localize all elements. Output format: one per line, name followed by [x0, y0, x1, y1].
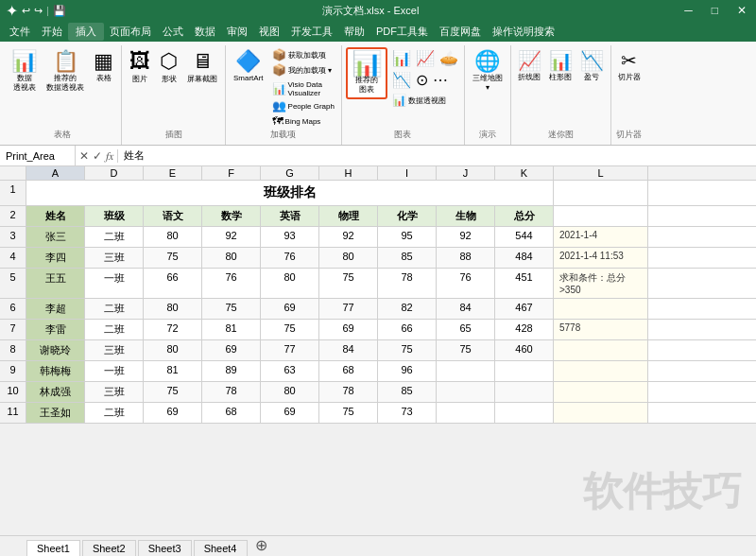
- cell-0[interactable]: 韩梅梅: [26, 361, 85, 381]
- cell-0[interactable]: 李四: [26, 248, 85, 268]
- cell-8[interactable]: 467: [495, 299, 554, 319]
- sheet-tab-2[interactable]: Sheet2: [82, 540, 136, 556]
- cell-5[interactable]: 77: [319, 299, 378, 319]
- cell-8[interactable]: [495, 361, 554, 381]
- cell-0[interactable]: 李雷: [26, 320, 85, 339]
- cell-0[interactable]: 林成强: [26, 382, 85, 402]
- cell-4[interactable]: 76: [261, 248, 319, 268]
- cell-8[interactable]: [495, 382, 554, 402]
- cell-5[interactable]: 68: [319, 361, 378, 381]
- pie-chart-btn[interactable]: 🥧: [438, 47, 460, 69]
- maximize-btn[interactable]: □: [702, 4, 728, 17]
- cell-1[interactable]: 三班: [85, 340, 144, 360]
- cell-1[interactable]: 二班: [85, 227, 144, 247]
- menu-formula[interactable]: 公式: [157, 23, 189, 41]
- cell-6[interactable]: 85: [378, 248, 437, 268]
- cell-8[interactable]: 484: [495, 248, 554, 268]
- screenshot-btn[interactable]: 🖥 屏幕截图: [183, 47, 221, 129]
- winloss-btn[interactable]: 📉 盈亏: [577, 47, 607, 84]
- row-num[interactable]: 3: [0, 227, 26, 247]
- col-header-D[interactable]: D: [85, 166, 144, 180]
- cell-6[interactable]: 85: [378, 382, 437, 402]
- cell-8[interactable]: 544: [495, 227, 554, 247]
- cell-6[interactable]: 66: [378, 320, 437, 339]
- col-header-L[interactable]: L: [554, 166, 648, 180]
- confirm-formula-icon[interactable]: ✓: [93, 149, 102, 163]
- insert-function-icon[interactable]: 𝑓𝑥: [106, 149, 113, 163]
- line-chart-btn[interactable]: 📈: [414, 47, 437, 69]
- menu-pdf[interactable]: PDF工具集: [370, 23, 434, 41]
- my-addins-btn[interactable]: 📦 我的加载项 ▾: [269, 62, 337, 78]
- cell-0[interactable]: 王圣如: [26, 403, 85, 423]
- cell-8[interactable]: 460: [495, 340, 554, 360]
- other-chart-btn[interactable]: ⋯: [431, 69, 450, 91]
- cell-2[interactable]: 66: [144, 269, 202, 298]
- table-btn[interactable]: ▦ 表格: [90, 47, 117, 129]
- cell-8[interactable]: [495, 403, 554, 423]
- row-num[interactable]: 7: [0, 320, 26, 339]
- close-btn[interactable]: ✕: [728, 4, 756, 17]
- cell-0[interactable]: 李超: [26, 299, 85, 319]
- cell-3[interactable]: 76: [202, 269, 261, 298]
- cell-2[interactable]: 75: [144, 248, 202, 268]
- menu-help[interactable]: 帮助: [338, 23, 370, 41]
- menu-insert[interactable]: 插入: [68, 23, 104, 41]
- cancel-formula-icon[interactable]: ✕: [79, 149, 89, 163]
- cell-6[interactable]: 82: [378, 299, 437, 319]
- cell-6[interactable]: 75: [378, 340, 437, 360]
- menu-search[interactable]: 操作说明搜索: [487, 23, 560, 41]
- cell-5[interactable]: 69: [319, 320, 378, 339]
- minimize-btn[interactable]: ─: [675, 4, 702, 17]
- quick-access-toolbar[interactable]: ✦ ↩ ↪ | 💾: [0, 2, 66, 20]
- shapes-btn[interactable]: ⬡ 形状: [156, 47, 181, 129]
- cell-5[interactable]: 84: [319, 340, 378, 360]
- recommend-chart-btn[interactable]: 📊 推荐的图表: [346, 47, 387, 99]
- save-btn[interactable]: 💾: [53, 5, 66, 17]
- row-num[interactable]: 10: [0, 382, 26, 402]
- area-chart-btn[interactable]: 📉: [390, 69, 413, 91]
- sheet-tab-1[interactable]: Sheet1: [26, 540, 80, 556]
- cell-5[interactable]: 75: [319, 403, 378, 423]
- cell-5[interactable]: 75: [319, 269, 378, 298]
- menu-view[interactable]: 视图: [253, 23, 285, 41]
- slicer-btn[interactable]: ✂ 切片器: [615, 47, 644, 84]
- row-num-2[interactable]: 2: [0, 206, 26, 226]
- col-header-F[interactable]: F: [202, 166, 261, 180]
- cell-4[interactable]: 63: [261, 361, 319, 381]
- cell-2[interactable]: 69: [144, 403, 202, 423]
- col-header-K[interactable]: K: [495, 166, 554, 180]
- cell-4[interactable]: 69: [261, 403, 319, 423]
- recommend-pivot-btn[interactable]: 📋 推荐的数据透视表: [43, 47, 88, 129]
- cell-5[interactable]: 80: [319, 248, 378, 268]
- cell-0[interactable]: 张三: [26, 227, 85, 247]
- menu-data[interactable]: 数据: [189, 23, 221, 41]
- cell-0[interactable]: 王五: [26, 269, 85, 298]
- menu-baidu[interactable]: 百度网盘: [434, 23, 487, 41]
- cell-3[interactable]: 75: [202, 299, 261, 319]
- cell-7[interactable]: 75: [437, 340, 495, 360]
- cell-3[interactable]: 68: [202, 403, 261, 423]
- row-num[interactable]: 5: [0, 269, 26, 298]
- cell-7[interactable]: 88: [437, 248, 495, 268]
- col-header-G[interactable]: G: [261, 166, 319, 180]
- col-header-H[interactable]: H: [319, 166, 378, 180]
- cell-1[interactable]: 三班: [85, 248, 144, 268]
- redo-btn[interactable]: ↪: [34, 5, 43, 17]
- cell-3[interactable]: 78: [202, 382, 261, 402]
- get-addins-btn[interactable]: 📦 获取加载项: [269, 47, 337, 62]
- menu-devtools[interactable]: 开发工具: [285, 23, 338, 41]
- cell-7[interactable]: [437, 382, 495, 402]
- people-graph-btn[interactable]: 👥 People Graph: [269, 98, 337, 113]
- col-header-E[interactable]: E: [144, 166, 202, 180]
- pivot-chart-btn[interactable]: 📊 数据透视图: [390, 93, 460, 108]
- cell-6[interactable]: 78: [378, 269, 437, 298]
- cell-4[interactable]: 77: [261, 340, 319, 360]
- menu-layout[interactable]: 页面布局: [104, 23, 157, 41]
- cell-3[interactable]: 69: [202, 340, 261, 360]
- cell-1[interactable]: 二班: [85, 299, 144, 319]
- cell-4[interactable]: 69: [261, 299, 319, 319]
- row-num[interactable]: 6: [0, 299, 26, 319]
- cell-2[interactable]: 80: [144, 299, 202, 319]
- row-num[interactable]: 9: [0, 361, 26, 381]
- cell-8[interactable]: 451: [495, 269, 554, 298]
